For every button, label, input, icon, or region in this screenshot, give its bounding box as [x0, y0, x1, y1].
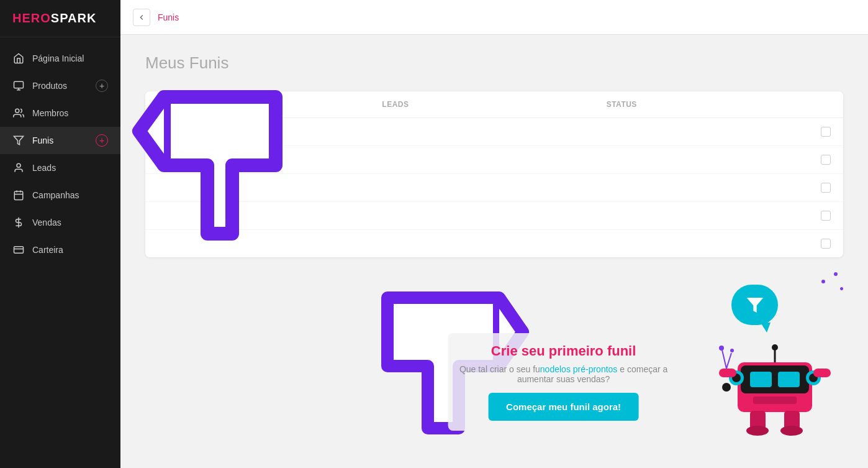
speech-bubble: [731, 285, 778, 325]
products-icon: [12, 80, 25, 92]
row-checkbox[interactable]: [821, 211, 831, 221]
column-status: STATUS: [607, 100, 831, 109]
svg-point-5: [17, 163, 20, 167]
collapse-sidebar-button[interactable]: [133, 9, 150, 26]
column-leads: LEADS: [382, 100, 606, 109]
svg-line-32: [722, 350, 726, 369]
sidebar-item-leads[interactable]: Leads: [0, 154, 120, 181]
sidebar-label-carteira: Carteira: [32, 245, 63, 255]
empty-state-title: Crie seu primeiro funil: [491, 343, 636, 359]
nav-items: Página Inicial Produtos + Membros: [0, 37, 120, 271]
svg-rect-26: [813, 369, 831, 377]
page-title: Meus Funis: [145, 53, 843, 73]
sidebar-item-pagina-inicial[interactable]: Página Inicial: [0, 45, 120, 72]
sidebar-label-vendas: Vendas: [32, 218, 61, 227]
sidebar-item-vendas[interactable]: Vendas: [0, 209, 120, 236]
start-funnel-button[interactable]: Começar meu funil agora!: [489, 393, 638, 421]
svg-rect-25: [719, 369, 736, 377]
breadcrumb: Funis: [158, 12, 179, 22]
svg-rect-16: [750, 372, 772, 387]
svg-rect-6: [14, 191, 23, 200]
svg-point-23: [772, 344, 778, 351]
home-icon: [12, 52, 25, 65]
decorations: [821, 272, 843, 290]
row-checkbox[interactable]: [821, 183, 831, 193]
row-checkbox[interactable]: [821, 127, 831, 137]
leads-icon: [12, 162, 25, 174]
sidebar-item-campanhas[interactable]: Campanhas: [0, 181, 120, 209]
sidebar-label-produtos: Produtos: [32, 81, 67, 91]
sidebar: HEROSPARK Página Inicial Produtos +: [0, 0, 120, 468]
svg-rect-24: [753, 397, 797, 404]
sidebar-label-campanhas: Campanhas: [32, 190, 79, 200]
sidebar-label-funis: Funis: [32, 135, 53, 145]
empty-state: Crie seu primeiro funil Que tal criar o …: [448, 333, 679, 431]
funnel-illustration-top: [127, 85, 313, 249]
svg-point-29: [746, 426, 769, 436]
logo-area: HEROSPARK: [0, 0, 120, 37]
svg-point-3: [16, 109, 19, 112]
app-logo: HEROSPARK: [12, 11, 108, 25]
robot-body: [719, 331, 831, 437]
wallet-icon: [12, 244, 25, 256]
content-area: Meus Funis NOME ▼ LEADS STATUS: [120, 35, 868, 468]
topbar: Funis: [120, 0, 868, 35]
svg-rect-0: [14, 81, 24, 88]
row-checkbox[interactable]: [821, 155, 831, 165]
robot-illustration: [719, 285, 831, 437]
svg-point-30: [780, 426, 803, 436]
sidebar-label-membros: Membros: [32, 108, 68, 118]
sidebar-label-pagina-inicial: Página Inicial: [32, 53, 84, 63]
row-checkbox[interactable]: [821, 239, 831, 249]
sidebar-item-funis[interactable]: Funis +: [0, 127, 120, 154]
sales-icon: [12, 216, 25, 229]
svg-rect-17: [778, 372, 800, 387]
sidebar-item-membros[interactable]: Membros: [0, 99, 120, 127]
svg-marker-13: [746, 298, 763, 313]
sidebar-item-produtos[interactable]: Produtos +: [0, 72, 120, 99]
campaigns-icon: [12, 189, 25, 201]
svg-line-34: [726, 353, 731, 369]
sidebar-label-leads: Leads: [32, 163, 56, 173]
svg-point-33: [719, 346, 724, 351]
svg-rect-11: [14, 247, 24, 254]
svg-point-31: [722, 383, 731, 392]
add-funis-icon[interactable]: +: [96, 134, 108, 147]
funnel-icon: [12, 134, 25, 147]
logo-brand: HERO: [12, 11, 51, 25]
add-produto-icon[interactable]: +: [96, 80, 108, 92]
main-content: Funis Meus Funis NOME ▼ LEADS STATUS: [120, 0, 868, 468]
svg-marker-4: [14, 136, 24, 145]
empty-state-link[interactable]: nodelos pré-prontos: [540, 364, 618, 374]
members-icon: [12, 107, 25, 119]
svg-point-35: [730, 349, 734, 352]
sidebar-item-carteira[interactable]: Carteira: [0, 236, 120, 264]
empty-state-description: Que tal criar o seu funodelos pré-pronto…: [458, 364, 669, 384]
